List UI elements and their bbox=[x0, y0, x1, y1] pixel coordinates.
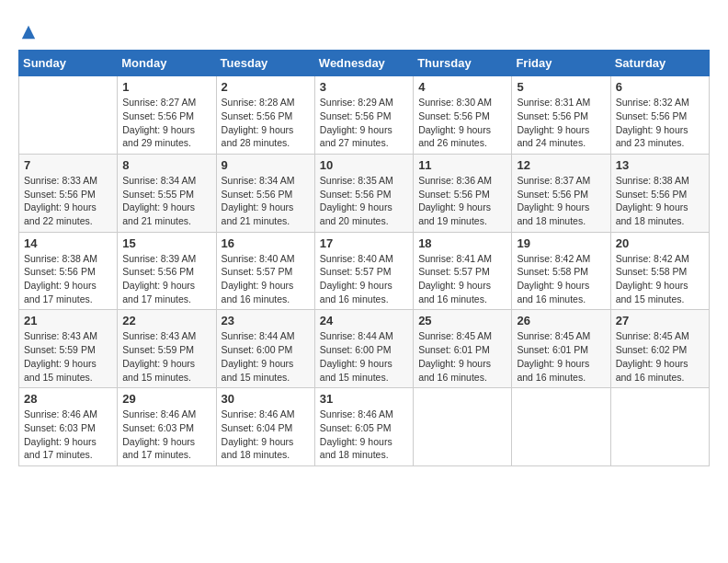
sunrise-text: Sunrise: 8:27 AM bbox=[122, 97, 196, 108]
sunset-text: Sunset: 5:56 PM bbox=[122, 266, 194, 277]
calendar-day-cell: 14 Sunrise: 8:38 AM Sunset: 5:56 PM Dayl… bbox=[19, 232, 118, 310]
sunrise-text: Sunrise: 8:34 AM bbox=[222, 175, 295, 186]
day-number: 19 bbox=[517, 236, 605, 250]
daylight-text: Daylight: 9 hours and 16 minutes. bbox=[616, 358, 688, 383]
sunrise-text: Sunrise: 8:40 AM bbox=[320, 253, 393, 264]
calendar-day-cell: 10 Sunrise: 8:35 AM Sunset: 5:56 PM Dayl… bbox=[314, 154, 413, 232]
calendar-day-cell: 27 Sunrise: 8:45 AM Sunset: 6:02 PM Dayl… bbox=[610, 310, 709, 388]
daylight-text: Daylight: 9 hours and 16 minutes. bbox=[517, 358, 589, 383]
sunset-text: Sunset: 5:58 PM bbox=[616, 266, 688, 277]
sunset-text: Sunset: 6:03 PM bbox=[122, 422, 194, 433]
sunset-text: Sunset: 6:05 PM bbox=[320, 422, 392, 433]
day-number: 28 bbox=[24, 392, 112, 406]
daylight-text: Daylight: 9 hours and 16 minutes. bbox=[517, 280, 589, 304]
calendar-day-cell: 31 Sunrise: 8:46 AM Sunset: 6:05 PM Dayl… bbox=[314, 388, 413, 466]
day-number: 9 bbox=[222, 158, 310, 172]
sunset-text: Sunset: 5:59 PM bbox=[122, 344, 194, 355]
calendar-day-cell: 7 Sunrise: 8:33 AM Sunset: 5:56 PM Dayli… bbox=[19, 154, 118, 232]
daylight-text: Daylight: 9 hours and 28 minutes. bbox=[222, 124, 294, 149]
weekday-header: Wednesday bbox=[314, 51, 413, 76]
calendar-day-cell: 5 Sunrise: 8:31 AM Sunset: 5:56 PM Dayli… bbox=[512, 76, 610, 155]
day-info: Sunrise: 8:46 AM Sunset: 6:03 PM Dayligh… bbox=[122, 408, 210, 462]
sunrise-text: Sunrise: 8:43 AM bbox=[122, 330, 196, 341]
daylight-text: Daylight: 9 hours and 18 minutes. bbox=[320, 436, 392, 461]
logo-text bbox=[18, 18, 37, 40]
sunset-text: Sunset: 6:01 PM bbox=[418, 344, 490, 355]
day-info: Sunrise: 8:32 AM Sunset: 5:56 PM Dayligh… bbox=[616, 96, 704, 150]
sunset-text: Sunset: 5:56 PM bbox=[24, 266, 96, 277]
calendar-day-cell: 8 Sunrise: 8:34 AM Sunset: 5:55 PM Dayli… bbox=[118, 154, 216, 232]
daylight-text: Daylight: 9 hours and 20 minutes. bbox=[320, 201, 392, 226]
day-number: 5 bbox=[517, 80, 605, 94]
day-info: Sunrise: 8:29 AM Sunset: 5:56 PM Dayligh… bbox=[320, 96, 408, 150]
sunrise-text: Sunrise: 8:38 AM bbox=[24, 253, 97, 264]
day-number: 17 bbox=[320, 236, 408, 250]
daylight-text: Daylight: 9 hours and 18 minutes. bbox=[222, 436, 294, 461]
daylight-text: Daylight: 9 hours and 15 minutes. bbox=[24, 358, 97, 383]
daylight-text: Daylight: 9 hours and 23 minutes. bbox=[616, 124, 688, 149]
day-info: Sunrise: 8:41 AM Sunset: 5:57 PM Dayligh… bbox=[418, 252, 506, 306]
day-info: Sunrise: 8:35 AM Sunset: 5:56 PM Dayligh… bbox=[320, 174, 408, 228]
daylight-text: Daylight: 9 hours and 21 minutes. bbox=[122, 201, 195, 226]
sunset-text: Sunset: 5:56 PM bbox=[320, 110, 392, 121]
sunrise-text: Sunrise: 8:35 AM bbox=[320, 175, 393, 186]
sunrise-text: Sunrise: 8:34 AM bbox=[122, 175, 196, 186]
sunset-text: Sunset: 6:04 PM bbox=[222, 422, 293, 433]
day-number: 7 bbox=[24, 158, 112, 172]
daylight-text: Daylight: 9 hours and 16 minutes. bbox=[222, 280, 294, 304]
sunrise-text: Sunrise: 8:37 AM bbox=[517, 175, 590, 186]
sunset-text: Sunset: 5:56 PM bbox=[222, 110, 293, 121]
sunset-text: Sunset: 5:58 PM bbox=[517, 266, 588, 277]
day-info: Sunrise: 8:46 AM Sunset: 6:04 PM Dayligh… bbox=[222, 408, 310, 462]
calendar-day-cell: 18 Sunrise: 8:41 AM Sunset: 5:57 PM Dayl… bbox=[414, 232, 512, 310]
day-info: Sunrise: 8:44 AM Sunset: 6:00 PM Dayligh… bbox=[320, 329, 408, 384]
calendar-day-cell: 2 Sunrise: 8:28 AM Sunset: 5:56 PM Dayli… bbox=[216, 76, 314, 155]
sunrise-text: Sunrise: 8:46 AM bbox=[222, 408, 295, 419]
sunset-text: Sunset: 5:56 PM bbox=[616, 189, 688, 200]
daylight-text: Daylight: 9 hours and 16 minutes. bbox=[418, 280, 491, 304]
daylight-text: Daylight: 9 hours and 15 minutes. bbox=[320, 358, 392, 383]
daylight-text: Daylight: 9 hours and 17 minutes. bbox=[24, 280, 97, 304]
day-info: Sunrise: 8:34 AM Sunset: 5:55 PM Dayligh… bbox=[122, 174, 210, 228]
daylight-text: Daylight: 9 hours and 29 minutes. bbox=[122, 124, 195, 149]
sunset-text: Sunset: 5:56 PM bbox=[418, 110, 490, 121]
day-number: 8 bbox=[122, 158, 210, 172]
day-number: 10 bbox=[320, 158, 408, 172]
day-number: 6 bbox=[616, 80, 704, 94]
day-number: 21 bbox=[24, 314, 112, 327]
calendar-day-cell: 15 Sunrise: 8:39 AM Sunset: 5:56 PM Dayl… bbox=[118, 232, 216, 310]
sunrise-text: Sunrise: 8:41 AM bbox=[418, 253, 492, 264]
calendar-day-cell: 19 Sunrise: 8:42 AM Sunset: 5:58 PM Dayl… bbox=[512, 232, 610, 310]
daylight-text: Daylight: 9 hours and 21 minutes. bbox=[222, 201, 294, 226]
daylight-text: Daylight: 9 hours and 17 minutes. bbox=[24, 436, 97, 461]
day-info: Sunrise: 8:30 AM Sunset: 5:56 PM Dayligh… bbox=[418, 96, 506, 150]
daylight-text: Daylight: 9 hours and 17 minutes. bbox=[122, 280, 195, 304]
sunset-text: Sunset: 5:56 PM bbox=[24, 189, 96, 200]
sunset-text: Sunset: 5:55 PM bbox=[122, 189, 194, 200]
daylight-text: Daylight: 9 hours and 24 minutes. bbox=[517, 124, 589, 149]
calendar-week-row: 14 Sunrise: 8:38 AM Sunset: 5:56 PM Dayl… bbox=[19, 232, 710, 310]
weekday-header: Sunday bbox=[19, 51, 118, 76]
sunset-text: Sunset: 6:02 PM bbox=[616, 344, 688, 355]
day-info: Sunrise: 8:40 AM Sunset: 5:57 PM Dayligh… bbox=[320, 252, 408, 306]
daylight-text: Daylight: 9 hours and 27 minutes. bbox=[320, 124, 392, 149]
daylight-text: Daylight: 9 hours and 19 minutes. bbox=[418, 201, 491, 226]
day-number: 16 bbox=[222, 236, 310, 250]
day-number: 31 bbox=[320, 392, 408, 406]
logo-icon bbox=[20, 24, 37, 40]
calendar-day-cell bbox=[610, 388, 709, 466]
calendar-day-cell: 26 Sunrise: 8:45 AM Sunset: 6:01 PM Dayl… bbox=[512, 310, 610, 388]
calendar-day-cell: 13 Sunrise: 8:38 AM Sunset: 5:56 PM Dayl… bbox=[610, 154, 709, 232]
day-number: 20 bbox=[616, 236, 704, 250]
day-info: Sunrise: 8:33 AM Sunset: 5:56 PM Dayligh… bbox=[24, 174, 112, 228]
sunset-text: Sunset: 6:00 PM bbox=[222, 344, 293, 355]
calendar-day-cell bbox=[414, 388, 512, 466]
day-number: 18 bbox=[418, 236, 506, 250]
sunrise-text: Sunrise: 8:46 AM bbox=[24, 408, 97, 419]
sunset-text: Sunset: 5:57 PM bbox=[222, 266, 293, 277]
page-container: SundayMondayTuesdayWednesdayThursdayFrid… bbox=[18, 18, 710, 466]
day-info: Sunrise: 8:46 AM Sunset: 6:03 PM Dayligh… bbox=[24, 408, 112, 462]
sunrise-text: Sunrise: 8:38 AM bbox=[616, 175, 689, 186]
sunrise-text: Sunrise: 8:40 AM bbox=[222, 253, 295, 264]
sunset-text: Sunset: 5:59 PM bbox=[24, 344, 96, 355]
